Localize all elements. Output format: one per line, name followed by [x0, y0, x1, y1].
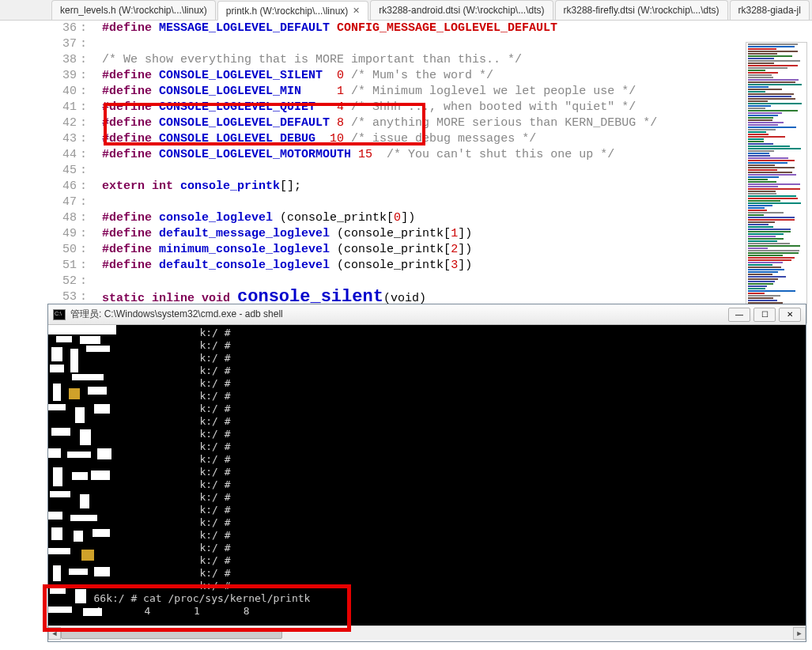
- code-text: [88, 274, 102, 289]
- code-text: #define default_message_loglevel (consol…: [88, 226, 472, 242]
- editor-left-margin: [0, 21, 51, 305]
- terminal-scrollbar[interactable]: ◄ ►: [48, 625, 806, 640]
- close-button[interactable]: ✕: [779, 308, 801, 322]
- tab-label: kern_levels.h (W:\rockchip\...\linux): [60, 5, 207, 16]
- line-number: 36: [51, 21, 80, 36]
- terminal-line: k:/ #: [51, 453, 803, 466]
- tab-label: rk3288-firefly.dtsi (W:\rockchip\...\dts…: [564, 5, 719, 16]
- terminal-line: k:/ #: [51, 466, 803, 478]
- code-text: extern int console_printk[];: [88, 179, 301, 195]
- tab-close-icon[interactable]: ✕: [353, 6, 360, 16]
- editor-tab-bar: kern_levels.h (W:\rockchip\...\linux) pr…: [0, 0, 812, 21]
- code-line[interactable]: 38: /* We show everything that is MORE i…: [51, 52, 812, 68]
- code-line[interactable]: 51: #define default_console_loglevel (co…: [51, 258, 812, 274]
- terminal-line: k:/ #: [51, 580, 803, 592]
- code-line[interactable]: 37:: [51, 36, 812, 52]
- code-line[interactable]: 36: #define MESSAGE_LOGLEVEL_DEFAULT CON…: [51, 21, 812, 36]
- terminal-line: k:/ #: [51, 428, 803, 440]
- code-text: #define MESSAGE_LOGLEVEL_DEFAULT CONFIG_…: [88, 21, 557, 36]
- terminal-window: 管理员: C:\Windows\system32\cmd.exe - adb s…: [47, 304, 806, 642]
- code-text: #define CONSOLE_LOGLEVEL_QUIET 4 /* Shhh…: [88, 100, 636, 115]
- code-line[interactable]: 50: #define minimum_console_loglevel (co…: [51, 242, 812, 258]
- terminal-line: k:/ #: [51, 377, 803, 390]
- code-text: #define default_console_loglevel (consol…: [88, 258, 472, 274]
- terminal-line: k:/ #: [51, 516, 803, 529]
- line-number: 43: [51, 131, 80, 147]
- code-editor[interactable]: 36: #define MESSAGE_LOGLEVEL_DEFAULT CON…: [0, 21, 812, 305]
- code-text: [88, 163, 102, 179]
- terminal-line: k:/ #: [51, 440, 803, 453]
- line-number: 45: [51, 163, 80, 179]
- tab-label: rk3288-giada-jl: [738, 5, 801, 16]
- terminal-body[interactable]: k:/ # k:/ # k:/ # k:/ # k:/ # k:/ # k:/ …: [48, 325, 806, 625]
- line-number: 46: [51, 179, 80, 195]
- cmd-icon: [53, 309, 66, 320]
- terminal-line: k:/ #: [51, 402, 803, 415]
- code-text: #define CONSOLE_LOGLEVEL_MIN 1 /* Minimu…: [88, 84, 636, 100]
- tab-kern-levels[interactable]: kern_levels.h (W:\rockchip\...\linux): [51, 0, 216, 20]
- line-number: 49: [51, 226, 80, 242]
- line-number: 40: [51, 84, 80, 100]
- line-number: 48: [51, 210, 80, 226]
- code-line[interactable]: 48: #define console_loglevel (console_pr…: [51, 210, 812, 226]
- terminal-line: k:/ #: [51, 415, 803, 428]
- code-line[interactable]: 40: #define CONSOLE_LOGLEVEL_MIN 1 /* Mi…: [51, 84, 812, 100]
- code-text: #define CONSOLE_LOGLEVEL_MOTORMOUTH 15 /…: [88, 147, 614, 163]
- code-text: #define console_loglevel (console_printk…: [88, 210, 415, 226]
- terminal-line: k:/ #: [51, 491, 803, 504]
- code-line[interactable]: 39: #define CONSOLE_LOGLEVEL_SILENT 0 /*…: [51, 68, 812, 84]
- code-text: #define CONSOLE_LOGLEVEL_DEBUG 10 /* iss…: [88, 131, 536, 147]
- line-number: 47: [51, 195, 80, 210]
- tab-printk-h[interactable]: printk.h (W:\rockchip\...\linux)✕: [217, 1, 369, 21]
- terminal-line: k:/ #: [51, 365, 803, 377]
- terminal-line: k:/ #: [51, 529, 803, 542]
- code-line[interactable]: 41: #define CONSOLE_LOGLEVEL_QUIET 4 /* …: [51, 100, 812, 115]
- tab-rk3288-giada[interactable]: rk3288-giada-jl: [730, 0, 810, 20]
- code-line[interactable]: 52:: [51, 274, 812, 289]
- code-text: [88, 195, 102, 210]
- terminal-line: k:/ #: [51, 478, 803, 491]
- line-number: 52: [51, 274, 80, 289]
- tab-label: rk3288-android.dtsi (W:\rockchip\...\dts…: [379, 5, 544, 16]
- scroll-thumb[interactable]: [61, 628, 282, 639]
- code-line[interactable]: 45:: [51, 163, 812, 179]
- code-text: /* We show everything that is MORE impor…: [88, 52, 522, 68]
- minimize-button[interactable]: —: [728, 308, 750, 322]
- scroll-left-arrow-icon[interactable]: ◄: [48, 627, 61, 640]
- code-line[interactable]: 44: #define CONSOLE_LOGLEVEL_MOTORMOUTH …: [51, 147, 812, 163]
- terminal-command-line: 66k:/ # cat /proc/sys/kernel/printk: [51, 592, 803, 605]
- code-text: [88, 36, 102, 52]
- tab-rk3288-firefly[interactable]: rk3288-firefly.dtsi (W:\rockchip\...\dts…: [555, 0, 728, 20]
- scroll-right-arrow-icon[interactable]: ►: [793, 627, 806, 640]
- line-number: 42: [51, 115, 80, 131]
- line-number: 39: [51, 68, 80, 84]
- line-number: 38: [51, 52, 80, 68]
- line-number: 51: [51, 258, 80, 274]
- terminal-line: k:/ #: [51, 390, 803, 402]
- code-line[interactable]: 46: extern int console_printk[];: [51, 179, 812, 195]
- tab-rk3288-android[interactable]: rk3288-android.dtsi (W:\rockchip\...\dts…: [370, 0, 553, 20]
- terminal-line: k:/ #: [51, 554, 803, 567]
- terminal-output-line: 4 4 1 8: [51, 605, 803, 618]
- tab-label: printk.h (W:\rockchip\...\linux): [226, 6, 349, 17]
- line-number: 41: [51, 100, 80, 115]
- line-number: 44: [51, 147, 80, 163]
- code-text: #define CONSOLE_LOGLEVEL_SILENT 0 /* Mum…: [88, 68, 493, 84]
- code-text: #define minimum_console_loglevel (consol…: [88, 242, 472, 258]
- terminal-line: k:/ #: [51, 504, 803, 516]
- code-text: #define CONSOLE_LOGLEVEL_DEFAULT 8 /* an…: [88, 115, 657, 131]
- terminal-line: k:/ #: [51, 339, 803, 352]
- maximize-button[interactable]: ☐: [753, 308, 776, 322]
- terminal-line: k:/ #: [51, 567, 803, 580]
- code-line[interactable]: 42: #define CONSOLE_LOGLEVEL_DEFAULT 8 /…: [51, 115, 812, 131]
- terminal-line: k:/ #: [51, 352, 803, 365]
- terminal-line: k:/ #: [51, 327, 803, 339]
- code-line[interactable]: 49: #define default_message_loglevel (co…: [51, 226, 812, 242]
- terminal-title: 管理员: C:\Windows\system32\cmd.exe - adb s…: [70, 308, 728, 321]
- code-line[interactable]: 47:: [51, 195, 812, 210]
- terminal-glitch-art: [48, 325, 116, 625]
- code-line[interactable]: 43: #define CONSOLE_LOGLEVEL_DEBUG 10 /*…: [51, 131, 812, 147]
- terminal-titlebar[interactable]: 管理员: C:\Windows\system32\cmd.exe - adb s…: [48, 304, 806, 325]
- minimap[interactable]: [746, 42, 807, 323]
- line-number: 37: [51, 36, 80, 52]
